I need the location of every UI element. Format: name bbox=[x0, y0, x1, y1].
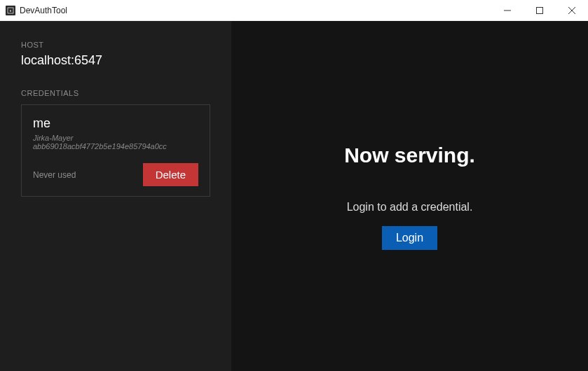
delete-button[interactable]: Delete bbox=[143, 163, 198, 186]
app-body: HOST localhost:6547 CREDENTIALS me Jirka… bbox=[0, 21, 588, 371]
app-icon: E bbox=[6, 6, 15, 15]
titlebar-title: DevAuthTool bbox=[20, 6, 67, 15]
minimize-button[interactable] bbox=[491, 0, 524, 21]
host-value: localhost:6547 bbox=[21, 53, 210, 68]
main-subtext: Login to add a credential. bbox=[347, 201, 473, 214]
credential-name: me bbox=[33, 116, 198, 131]
svg-rect-3 bbox=[537, 7, 543, 13]
credential-hash: abb69018acbf4772b5e194e85794a0cc bbox=[33, 142, 198, 150]
login-button[interactable]: Login bbox=[382, 226, 437, 250]
credential-user: Jirka-Mayer bbox=[33, 134, 198, 142]
svg-text:E: E bbox=[10, 8, 12, 12]
main-heading: Now serving. bbox=[344, 144, 475, 167]
sidebar: HOST localhost:6547 CREDENTIALS me Jirka… bbox=[0, 21, 231, 371]
titlebar: E DevAuthTool bbox=[0, 0, 588, 21]
credential-card[interactable]: me Jirka-Mayer abb69018acbf4772b5e194e85… bbox=[21, 104, 210, 197]
credential-footer: Never used Delete bbox=[33, 163, 198, 186]
host-label: HOST bbox=[21, 41, 210, 49]
close-button[interactable] bbox=[556, 0, 588, 21]
maximize-button[interactable] bbox=[524, 0, 556, 21]
credential-status: Never used bbox=[33, 170, 76, 180]
credentials-label: CREDENTIALS bbox=[21, 89, 210, 97]
window-controls bbox=[491, 0, 588, 21]
main-panel: Now serving. Login to add a credential. … bbox=[231, 21, 588, 371]
titlebar-left: E DevAuthTool bbox=[6, 6, 67, 15]
